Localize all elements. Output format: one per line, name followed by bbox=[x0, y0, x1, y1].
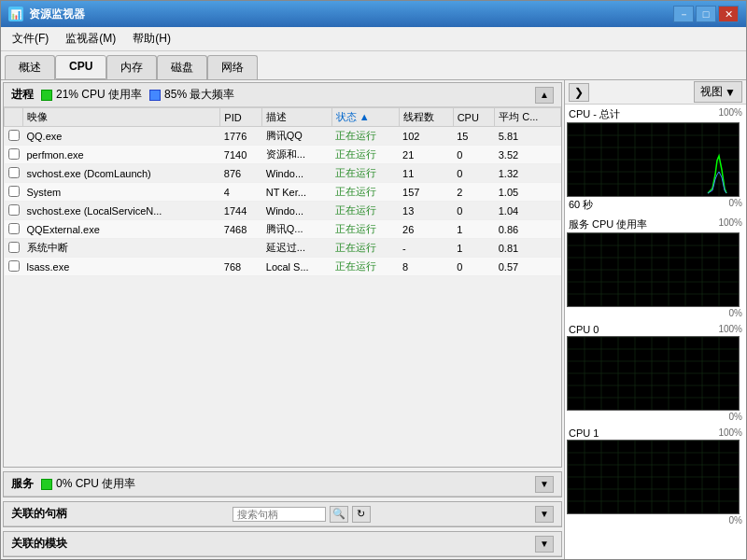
row-checkbox[interactable] bbox=[5, 164, 23, 183]
maximize-button[interactable]: □ bbox=[696, 6, 716, 22]
row-status: 正在运行 bbox=[331, 220, 399, 239]
row-threads: 21 bbox=[399, 146, 453, 164]
row-status: 正在运行 bbox=[331, 164, 399, 183]
row-checkbox[interactable] bbox=[5, 239, 23, 258]
row-pid: 1776 bbox=[220, 127, 262, 146]
row-checkbox[interactable] bbox=[5, 258, 23, 276]
row-desc: 延迟过... bbox=[262, 239, 331, 258]
row-cpu: 0 bbox=[453, 202, 495, 220]
chart-item: 服务 CPU 使用率 100% 0% bbox=[567, 217, 744, 319]
handles-section: 关联的句柄 🔍 ↻ ▼ bbox=[3, 501, 562, 527]
menu-help[interactable]: 帮助(H) bbox=[125, 29, 178, 49]
chart-time-label: 60 秒 bbox=[569, 198, 593, 212]
row-avg: 0.57 bbox=[495, 258, 561, 276]
right-panel-header: ❯ 视图 ▼ bbox=[565, 80, 746, 105]
max-freq-badge: 85% 最大频率 bbox=[149, 87, 234, 103]
chart-bottom-percent: 0% bbox=[729, 308, 742, 318]
handles-refresh-button[interactable]: ↻ bbox=[352, 506, 371, 523]
tab-cpu[interactable]: CPU bbox=[55, 55, 106, 79]
modules-section-header: 关联的模块 ▼ bbox=[4, 532, 561, 556]
row-avg: 1.32 bbox=[495, 164, 561, 183]
row-threads: - bbox=[399, 239, 453, 258]
chart-canvas bbox=[567, 122, 740, 197]
close-button[interactable]: ✕ bbox=[718, 6, 739, 22]
row-image: svchost.exe (LocalServiceN... bbox=[23, 202, 220, 220]
handles-title: 关联的句柄 bbox=[11, 506, 67, 522]
tab-overview[interactable]: 概述 bbox=[5, 55, 55, 79]
handles-search-button[interactable]: 🔍 bbox=[330, 506, 348, 523]
chart-top-percent: 100% bbox=[718, 107, 742, 121]
right-expand-button[interactable]: ❯ bbox=[569, 83, 589, 102]
chart-label-row: CPU - 总计 100% bbox=[567, 106, 744, 122]
col-status[interactable]: 状态 ▲ bbox=[331, 108, 399, 127]
col-cpu[interactable]: CPU bbox=[453, 108, 495, 127]
modules-section: 关联的模块 ▼ bbox=[3, 531, 562, 557]
menu-monitor[interactable]: 监视器(M) bbox=[58, 29, 123, 49]
left-panel: 进程 21% CPU 使用率 85% 最大频率 ▲ bbox=[1, 80, 564, 559]
row-checkbox[interactable] bbox=[5, 202, 23, 220]
chart-label: CPU 0 bbox=[569, 324, 599, 335]
col-pid[interactable]: PID bbox=[220, 108, 262, 127]
row-pid: 4 bbox=[220, 183, 262, 202]
modules-collapse-button[interactable]: ▼ bbox=[535, 536, 554, 553]
process-scroll-area[interactable]: 映像 PID 描述 状态 ▲ 线程数 CPU 平均 C... bbox=[4, 107, 561, 467]
tab-memory[interactable]: 内存 bbox=[106, 55, 157, 79]
col-avg[interactable]: 平均 C... bbox=[495, 108, 561, 127]
chart-label: 服务 CPU 使用率 bbox=[569, 217, 647, 231]
row-checkbox[interactable] bbox=[5, 220, 23, 239]
col-desc[interactable]: 描述 bbox=[262, 108, 331, 127]
view-dropdown-icon: ▼ bbox=[725, 86, 736, 99]
row-avg: 1.04 bbox=[495, 202, 561, 220]
tab-disk[interactable]: 磁盘 bbox=[157, 55, 207, 79]
row-desc: Windo... bbox=[262, 202, 331, 220]
minimize-button[interactable]: － bbox=[673, 6, 694, 22]
menu-file[interactable]: 文件(F) bbox=[5, 29, 56, 49]
chart-svg bbox=[568, 123, 740, 196]
chart-bottom-percent: 0% bbox=[729, 515, 742, 525]
row-cpu: 0 bbox=[453, 146, 495, 164]
handles-collapse-button[interactable]: ▼ bbox=[535, 506, 554, 523]
row-cpu: 2 bbox=[453, 183, 495, 202]
services-section: 服务 0% CPU 使用率 ▼ bbox=[3, 471, 562, 497]
row-cpu: 0 bbox=[453, 164, 495, 183]
services-collapse-button[interactable]: ▼ bbox=[535, 476, 554, 493]
view-button[interactable]: 视图 ▼ bbox=[694, 81, 742, 103]
chart-label-row: CPU 1 100% bbox=[567, 427, 744, 440]
row-image: svchost.exe (DcomLaunch) bbox=[23, 164, 220, 183]
tab-network[interactable]: 网络 bbox=[207, 55, 258, 79]
table-row: QQ.exe 1776 腾讯QQ 正在运行 102 15 5.81 bbox=[5, 127, 561, 146]
process-collapse-button[interactable]: ▲ bbox=[535, 87, 554, 104]
process-title: 进程 bbox=[11, 87, 34, 103]
max-freq-dot bbox=[149, 90, 161, 101]
row-checkbox[interactable] bbox=[5, 127, 23, 146]
handles-section-header: 关联的句柄 🔍 ↻ ▼ bbox=[4, 502, 561, 526]
row-pid: 876 bbox=[220, 164, 262, 183]
main-window: 📊 资源监视器 － □ ✕ 文件(F) 监视器(M) 帮助(H) 概述 CPU … bbox=[0, 0, 747, 560]
row-desc: 资源和... bbox=[262, 146, 331, 164]
process-table: 映像 PID 描述 状态 ▲ 线程数 CPU 平均 C... bbox=[4, 107, 561, 276]
chart-area: CPU - 总计 100% 60 秒 0% 服务 CPU 使用率 100% bbox=[565, 105, 746, 559]
table-row: svchost.exe (LocalServiceN... 1744 Windo… bbox=[5, 202, 561, 220]
row-checkbox[interactable] bbox=[5, 146, 23, 164]
col-check[interactable] bbox=[5, 108, 23, 127]
row-image: 系统中断 bbox=[23, 239, 220, 258]
row-threads: 13 bbox=[399, 202, 453, 220]
modules-title: 关联的模块 bbox=[11, 536, 67, 552]
chart-bottom-percent: 0% bbox=[729, 198, 742, 212]
col-image[interactable]: 映像 bbox=[23, 108, 220, 127]
row-threads: 8 bbox=[399, 258, 453, 276]
chart-label-row: CPU 0 100% bbox=[567, 323, 744, 336]
chart-canvas bbox=[567, 232, 740, 307]
row-status: 正在运行 bbox=[331, 127, 399, 146]
col-threads[interactable]: 线程数 bbox=[399, 108, 453, 127]
row-checkbox[interactable] bbox=[5, 183, 23, 202]
chart-label-row: 服务 CPU 使用率 100% bbox=[567, 217, 744, 232]
row-status: 正在运行 bbox=[331, 202, 399, 220]
handles-search-input[interactable] bbox=[233, 507, 326, 522]
view-label: 视图 bbox=[700, 84, 723, 100]
table-row: 系统中断 延迟过... 正在运行 - 1 0.81 bbox=[5, 239, 561, 258]
row-avg: 5.81 bbox=[495, 127, 561, 146]
row-threads: 26 bbox=[399, 220, 453, 239]
chart-bottom-row: 0% bbox=[567, 307, 744, 319]
right-expand-icon: ❯ bbox=[574, 86, 584, 99]
